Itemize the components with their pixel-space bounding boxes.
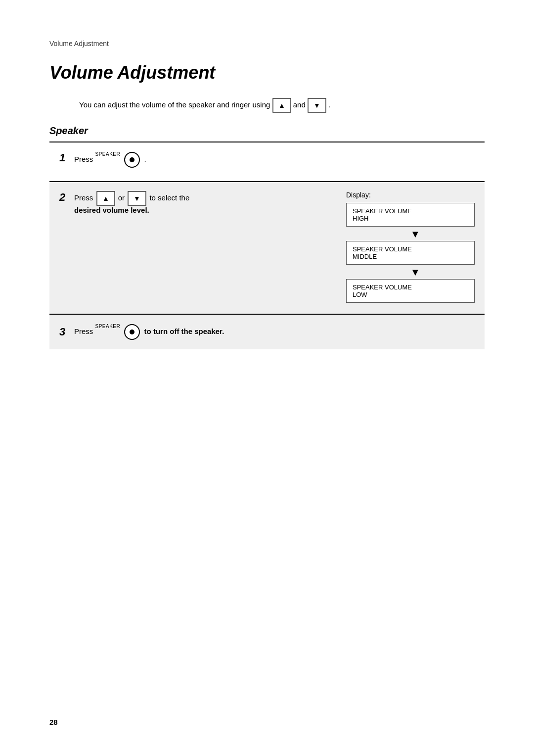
arrow-down-1: ▼ — [346, 229, 475, 240]
display-box-low: SPEAKER VOLUME LOW — [346, 279, 475, 303]
arrow-down-2: ▼ — [346, 267, 475, 278]
breadcrumb: Volume Adjustment — [49, 40, 485, 47]
step-2-display: Display: SPEAKER VOLUME HIGH ▼ SPEAKER V… — [346, 182, 485, 314]
step-2-row: 2 Press ▲ or — [49, 182, 485, 315]
step-3-row: 3 Press SPEAKER to turn off the speaker. — [49, 315, 485, 349]
step-3-number: 3 — [49, 326, 74, 338]
volume-up-button: ▲ — [95, 193, 118, 202]
svg-text:▼: ▼ — [134, 194, 140, 202]
step-2-number: 2 — [49, 182, 74, 314]
step-3-content: Press SPEAKER to turn off the speaker. — [74, 324, 485, 340]
speaker-button-3 — [122, 327, 144, 335]
step-1-content: Press SPEAKER . — [74, 151, 485, 168]
volume-up-icon: ▲ — [272, 100, 293, 109]
svg-text:▲: ▲ — [278, 101, 285, 109]
volume-down-icon: ▼ — [308, 100, 328, 109]
svg-text:▼: ▼ — [313, 101, 320, 109]
step-1-row: 1 Press SPEAKER . — [49, 142, 485, 182]
speaker-label-1: SPEAKER — [95, 151, 121, 157]
display-box-high: SPEAKER VOLUME HIGH — [346, 203, 475, 227]
volume-down-button: ▼ — [127, 193, 149, 202]
svg-text:▲: ▲ — [102, 194, 109, 202]
page-number: 28 — [49, 718, 58, 726]
svg-point-5 — [130, 157, 134, 162]
step-1-number: 1 — [49, 151, 74, 164]
section-heading-speaker: Speaker — [49, 125, 485, 137]
display-box-middle: SPEAKER VOLUME MIDDLE — [346, 241, 475, 265]
step-2-content: Press ▲ or ▼ — [74, 182, 346, 314]
display-label: Display: — [346, 191, 475, 199]
speaker-label-3: SPEAKER — [95, 324, 121, 329]
page-title: Volume Adjustment — [49, 62, 485, 83]
svg-point-11 — [130, 330, 134, 334]
intro-text: You can adjust the volume of the speaker… — [79, 98, 485, 113]
steps-table: 1 Press SPEAKER . 2 — [49, 142, 485, 349]
speaker-button-1 — [122, 155, 144, 163]
